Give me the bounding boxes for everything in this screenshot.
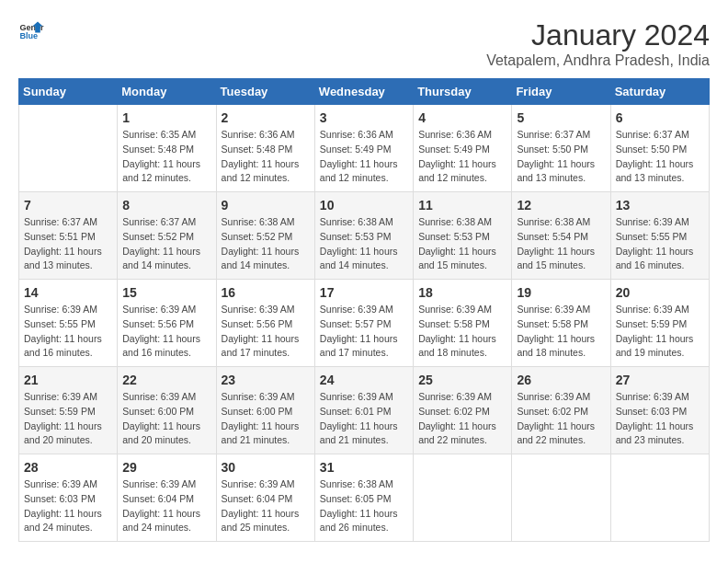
calendar-cell: 10Sunrise: 6:38 AM Sunset: 5:53 PM Dayli… bbox=[314, 192, 413, 280]
calendar-cell: 25Sunrise: 6:39 AM Sunset: 6:02 PM Dayli… bbox=[414, 367, 512, 454]
day-number: 5 bbox=[517, 110, 605, 125]
calendar-cell: 29Sunrise: 6:39 AM Sunset: 6:04 PM Dayli… bbox=[118, 454, 216, 542]
day-info: Sunrise: 6:35 AM Sunset: 5:48 PM Dayligh… bbox=[122, 128, 210, 186]
calendar-cell: 22Sunrise: 6:39 AM Sunset: 6:00 PM Dayli… bbox=[118, 367, 216, 454]
day-info: Sunrise: 6:39 AM Sunset: 5:56 PM Dayligh… bbox=[122, 303, 210, 361]
day-number: 30 bbox=[222, 460, 310, 475]
calendar-cell: 23Sunrise: 6:39 AM Sunset: 6:00 PM Dayli… bbox=[216, 367, 314, 454]
calendar-week-row: 7Sunrise: 6:37 AM Sunset: 5:51 PM Daylig… bbox=[19, 192, 710, 280]
day-number: 6 bbox=[616, 110, 704, 125]
day-number: 26 bbox=[517, 373, 605, 387]
day-number: 4 bbox=[418, 110, 506, 125]
page-header: General Blue January 2024 Vetapalem, And… bbox=[18, 18, 710, 69]
calendar-cell: 20Sunrise: 6:39 AM Sunset: 5:59 PM Dayli… bbox=[610, 280, 709, 367]
day-info: Sunrise: 6:38 AM Sunset: 6:05 PM Dayligh… bbox=[320, 477, 408, 535]
month-title: January 2024 bbox=[486, 18, 710, 52]
day-info: Sunrise: 6:39 AM Sunset: 5:57 PM Dayligh… bbox=[320, 303, 408, 361]
day-number: 23 bbox=[222, 373, 310, 387]
calendar-cell bbox=[414, 454, 512, 542]
calendar-cell: 6Sunrise: 6:37 AM Sunset: 5:50 PM Daylig… bbox=[610, 105, 709, 192]
day-number: 24 bbox=[320, 373, 408, 387]
calendar-cell: 15Sunrise: 6:39 AM Sunset: 5:56 PM Dayli… bbox=[118, 280, 216, 367]
day-info: Sunrise: 6:39 AM Sunset: 6:04 PM Dayligh… bbox=[122, 477, 210, 535]
day-number: 12 bbox=[517, 198, 605, 213]
title-area: January 2024 Vetapalem, Andhra Pradesh, … bbox=[486, 18, 710, 69]
calendar-cell: 11Sunrise: 6:38 AM Sunset: 5:53 PM Dayli… bbox=[414, 192, 512, 280]
day-info: Sunrise: 6:39 AM Sunset: 5:55 PM Dayligh… bbox=[616, 215, 704, 273]
day-number: 27 bbox=[616, 373, 704, 387]
day-number: 29 bbox=[122, 460, 210, 475]
day-number: 22 bbox=[122, 373, 210, 387]
day-number: 25 bbox=[418, 373, 506, 387]
day-info: Sunrise: 6:38 AM Sunset: 5:52 PM Dayligh… bbox=[222, 215, 310, 273]
calendar-cell: 1Sunrise: 6:35 AM Sunset: 5:48 PM Daylig… bbox=[118, 105, 216, 192]
day-info: Sunrise: 6:39 AM Sunset: 5:59 PM Dayligh… bbox=[616, 303, 704, 361]
header-cell-wednesday: Wednesday bbox=[314, 79, 413, 105]
day-info: Sunrise: 6:38 AM Sunset: 5:53 PM Dayligh… bbox=[418, 215, 506, 273]
svg-text:Blue: Blue bbox=[19, 31, 38, 40]
day-info: Sunrise: 6:39 AM Sunset: 6:03 PM Dayligh… bbox=[24, 477, 112, 535]
day-info: Sunrise: 6:37 AM Sunset: 5:50 PM Dayligh… bbox=[616, 128, 704, 186]
calendar-cell: 31Sunrise: 6:38 AM Sunset: 6:05 PM Dayli… bbox=[314, 454, 413, 542]
calendar-cell: 12Sunrise: 6:38 AM Sunset: 5:54 PM Dayli… bbox=[512, 192, 610, 280]
day-number: 19 bbox=[517, 285, 605, 300]
calendar-cell: 13Sunrise: 6:39 AM Sunset: 5:55 PM Dayli… bbox=[610, 192, 709, 280]
day-info: Sunrise: 6:39 AM Sunset: 5:56 PM Dayligh… bbox=[222, 303, 310, 361]
day-number: 16 bbox=[222, 285, 310, 300]
day-number: 3 bbox=[320, 110, 408, 125]
logo-icon: General Blue bbox=[18, 18, 44, 44]
calendar-cell: 18Sunrise: 6:39 AM Sunset: 5:58 PM Dayli… bbox=[414, 280, 512, 367]
calendar-cell: 4Sunrise: 6:36 AM Sunset: 5:49 PM Daylig… bbox=[414, 105, 512, 192]
header-cell-saturday: Saturday bbox=[610, 79, 709, 105]
day-number: 17 bbox=[320, 285, 408, 300]
calendar-cell: 7Sunrise: 6:37 AM Sunset: 5:51 PM Daylig… bbox=[19, 192, 118, 280]
day-number: 14 bbox=[24, 285, 112, 300]
calendar-cell bbox=[610, 454, 709, 542]
calendar-cell: 9Sunrise: 6:38 AM Sunset: 5:52 PM Daylig… bbox=[216, 192, 314, 280]
calendar-cell: 3Sunrise: 6:36 AM Sunset: 5:49 PM Daylig… bbox=[314, 105, 413, 192]
header-cell-friday: Friday bbox=[512, 79, 610, 105]
day-number: 7 bbox=[24, 198, 112, 213]
day-info: Sunrise: 6:39 AM Sunset: 6:01 PM Dayligh… bbox=[320, 390, 408, 448]
calendar-cell: 30Sunrise: 6:39 AM Sunset: 6:04 PM Dayli… bbox=[216, 454, 314, 542]
header-cell-thursday: Thursday bbox=[414, 79, 512, 105]
calendar-cell bbox=[512, 454, 610, 542]
calendar-cell: 28Sunrise: 6:39 AM Sunset: 6:03 PM Dayli… bbox=[19, 454, 118, 542]
day-info: Sunrise: 6:39 AM Sunset: 5:58 PM Dayligh… bbox=[418, 303, 506, 361]
day-info: Sunrise: 6:37 AM Sunset: 5:52 PM Dayligh… bbox=[122, 215, 210, 273]
calendar-week-row: 21Sunrise: 6:39 AM Sunset: 5:59 PM Dayli… bbox=[19, 367, 710, 454]
day-info: Sunrise: 6:37 AM Sunset: 5:50 PM Dayligh… bbox=[517, 128, 605, 186]
svg-text:General: General bbox=[19, 23, 44, 32]
day-number: 20 bbox=[616, 285, 704, 300]
day-number: 11 bbox=[418, 198, 506, 213]
day-info: Sunrise: 6:39 AM Sunset: 6:02 PM Dayligh… bbox=[517, 390, 605, 448]
day-number: 10 bbox=[320, 198, 408, 213]
day-number: 28 bbox=[24, 460, 112, 475]
day-info: Sunrise: 6:39 AM Sunset: 6:03 PM Dayligh… bbox=[616, 390, 704, 448]
calendar-week-row: 14Sunrise: 6:39 AM Sunset: 5:55 PM Dayli… bbox=[19, 280, 710, 367]
calendar-cell: 24Sunrise: 6:39 AM Sunset: 6:01 PM Dayli… bbox=[314, 367, 413, 454]
calendar-cell bbox=[19, 105, 118, 192]
day-info: Sunrise: 6:38 AM Sunset: 5:54 PM Dayligh… bbox=[517, 215, 605, 273]
day-info: Sunrise: 6:36 AM Sunset: 5:49 PM Dayligh… bbox=[320, 128, 408, 186]
calendar-cell: 2Sunrise: 6:36 AM Sunset: 5:48 PM Daylig… bbox=[216, 105, 314, 192]
day-number: 13 bbox=[616, 198, 704, 213]
calendar-cell: 14Sunrise: 6:39 AM Sunset: 5:55 PM Dayli… bbox=[19, 280, 118, 367]
calendar-week-row: 1Sunrise: 6:35 AM Sunset: 5:48 PM Daylig… bbox=[19, 105, 710, 192]
calendar-cell: 21Sunrise: 6:39 AM Sunset: 5:59 PM Dayli… bbox=[19, 367, 118, 454]
calendar-cell: 5Sunrise: 6:37 AM Sunset: 5:50 PM Daylig… bbox=[512, 105, 610, 192]
day-info: Sunrise: 6:39 AM Sunset: 5:55 PM Dayligh… bbox=[24, 303, 112, 361]
calendar-cell: 26Sunrise: 6:39 AM Sunset: 6:02 PM Dayli… bbox=[512, 367, 610, 454]
calendar-week-row: 28Sunrise: 6:39 AM Sunset: 6:03 PM Dayli… bbox=[19, 454, 710, 542]
day-number: 18 bbox=[418, 285, 506, 300]
logo: General Blue bbox=[18, 18, 44, 44]
day-info: Sunrise: 6:38 AM Sunset: 5:53 PM Dayligh… bbox=[320, 215, 408, 273]
day-number: 31 bbox=[320, 460, 408, 475]
header-cell-sunday: Sunday bbox=[19, 79, 118, 105]
calendar-cell: 16Sunrise: 6:39 AM Sunset: 5:56 PM Dayli… bbox=[216, 280, 314, 367]
day-info: Sunrise: 6:39 AM Sunset: 6:02 PM Dayligh… bbox=[418, 390, 506, 448]
calendar-header-row: SundayMondayTuesdayWednesdayThursdayFrid… bbox=[19, 79, 710, 105]
calendar-table: SundayMondayTuesdayWednesdayThursdayFrid… bbox=[18, 78, 710, 542]
day-info: Sunrise: 6:39 AM Sunset: 6:04 PM Dayligh… bbox=[222, 477, 310, 535]
day-number: 8 bbox=[122, 198, 210, 213]
